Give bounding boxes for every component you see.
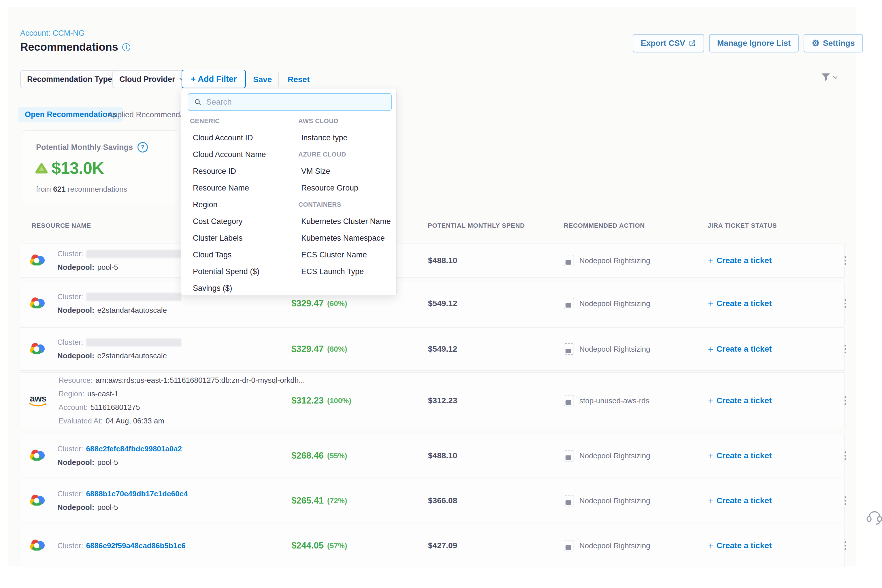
resource-line: Cluster: — [57, 338, 181, 347]
plus-icon: + — [708, 298, 714, 308]
create-ticket-button[interactable]: +Create a ticket — [708, 282, 772, 325]
line-label: Nodepool: — [57, 458, 94, 467]
header-divider — [8, 60, 406, 60]
resource-line: Region:us-east-1 — [58, 389, 305, 398]
savings-percent: (60%) — [327, 345, 347, 354]
redacted-cluster-name — [86, 338, 181, 346]
cluster-link[interactable]: 688c2fefc84fbdc99801a0a2 — [86, 444, 182, 453]
create-ticket-button[interactable]: +Create a ticket — [708, 479, 772, 522]
create-ticket-button[interactable]: +Create a ticket — [708, 373, 772, 429]
save-filter-link[interactable]: Save — [253, 75, 272, 84]
filter-option[interactable]: ECS Launch Type — [298, 267, 393, 276]
add-filter-button[interactable]: + Add Filter — [182, 70, 246, 88]
reset-filter-link[interactable]: Reset — [288, 75, 310, 84]
row-menu-kebab[interactable] — [839, 244, 852, 277]
filter-option[interactable]: VM Size — [298, 167, 393, 176]
filter-option[interactable]: Savings ($) — [190, 284, 298, 293]
gear-icon: ⚙ — [812, 39, 819, 48]
manage-ignore-list-button[interactable]: Manage Ignore List — [709, 34, 799, 52]
filter-panel-toggle[interactable] — [821, 73, 838, 82]
redacted-cluster-name — [86, 293, 181, 301]
savings-subtitle: from 621 recommendations — [36, 185, 128, 194]
create-ticket-button[interactable]: +Create a ticket — [708, 328, 772, 370]
create-ticket-button[interactable]: +Create a ticket — [708, 244, 772, 277]
export-csv-button[interactable]: Export CSV — [633, 34, 704, 52]
filter-option[interactable]: Cloud Tags — [190, 250, 298, 260]
search-input[interactable] — [206, 98, 386, 106]
row-menu-kebab[interactable] — [839, 434, 852, 477]
cluster-link[interactable]: 6886e92f59a48cad86b5b1c6 — [86, 541, 186, 550]
filter-option[interactable]: Resource ID — [190, 167, 298, 176]
info-icon[interactable]: i — [122, 43, 130, 51]
table-row[interactable]: Cluster:Nodepool:e2standar4autoscale$329… — [20, 282, 844, 325]
table-row[interactable]: Cluster:Nodepool:pool-5$488.10Nodepool R… — [20, 243, 844, 278]
savings-percent: (55%) — [327, 452, 347, 460]
cloud-provider-filter[interactable]: Cloud Provider — [112, 70, 191, 88]
create-ticket-button[interactable]: +Create a ticket — [708, 524, 772, 567]
create-ticket-button[interactable]: +Create a ticket — [708, 434, 772, 477]
resource-lines: Cluster:688c2fefc84fbdc99801a0a2Nodepool… — [57, 444, 182, 467]
savings-amount: $13.0K — [52, 158, 104, 177]
table-row[interactable]: Cluster:6888b1c70e49db17c1de60c4Nodepool… — [20, 479, 844, 522]
row-menu-kebab[interactable] — [839, 328, 852, 370]
filter-option[interactable]: Cloud Account ID — [190, 134, 298, 142]
filter-option[interactable]: Region — [190, 200, 298, 209]
savings-amount: $312.23 — [291, 396, 324, 406]
filter-option[interactable]: Potential Spend ($) — [190, 267, 298, 276]
recommended-action-cell: Nodepool Rightsizing — [564, 524, 650, 567]
tab-applied-recommendations[interactable]: Applied Recommendatio — [108, 110, 192, 119]
line-label: Cluster: — [57, 444, 83, 453]
filter-group-heading: AZURE CLOUD — [298, 151, 393, 158]
savings-subtitle-recs: recommendations — [68, 185, 128, 194]
savings-amount: $265.41 — [291, 495, 324, 506]
line-label: Cluster: — [57, 541, 83, 550]
account-breadcrumb[interactable]: Account: CCM-NG — [20, 29, 85, 38]
resource-cell: Cluster:6888b1c70e49db17c1de60c4Nodepool… — [28, 479, 188, 522]
line-label: Nodepool: — [57, 263, 94, 272]
dropdown-search[interactable] — [188, 93, 392, 111]
column-header-jira-ticket-status: JIRA TICKET STATUS — [708, 222, 777, 230]
table-row[interactable]: Cluster:688c2fefc84fbdc99801a0a2Nodepool… — [20, 434, 844, 477]
help-icon[interactable]: ? — [138, 142, 148, 153]
filter-option[interactable]: Kubernetes Cluster Name — [298, 217, 393, 226]
recommendation-type-filter[interactable]: Recommendation Type — [20, 70, 128, 88]
table-row[interactable]: Cluster:Nodepool:e2standar4autoscale$329… — [20, 327, 844, 370]
kebab-dot — [844, 500, 846, 501]
kebab-dot — [844, 458, 846, 460]
create-ticket-label: Create a ticket — [717, 541, 772, 550]
row-menu-kebab[interactable] — [839, 479, 852, 522]
kebab-dot — [844, 306, 846, 308]
savings-card-title: Potential Monthly Savings — [36, 143, 133, 152]
filter-option[interactable]: ECS Cluster Name — [298, 250, 393, 260]
column-header-recommended-action: RECOMMENDED ACTION — [564, 222, 645, 230]
resource-line: Nodepool:e2standar4autoscale — [57, 306, 181, 315]
recommended-action-icon — [564, 343, 574, 355]
savings-icon — [35, 162, 48, 174]
recommended-action-icon — [564, 540, 574, 551]
chevron-down-icon — [833, 76, 838, 79]
plus-icon: + — [708, 496, 714, 506]
create-ticket-label: Create a ticket — [717, 451, 772, 460]
filter-option[interactable]: Kubernetes Namespace — [298, 234, 393, 243]
cluster-link[interactable]: 6888b1c70e49db17c1de60c4 — [86, 489, 188, 498]
settings-button[interactable]: ⚙ Settings — [804, 34, 863, 52]
filter-option[interactable]: Instance type — [298, 134, 393, 142]
recommended-action-cell: Nodepool Rightsizing — [564, 434, 650, 477]
kebab-dot — [844, 455, 846, 457]
kebab-dot — [844, 452, 846, 453]
row-menu-kebab[interactable] — [839, 524, 852, 567]
recommended-action-icon — [564, 495, 574, 506]
line-label: Nodepool: — [57, 306, 94, 315]
resource-cell: Cluster:6886e92f59a48cad86b5b1c6 — [28, 524, 186, 567]
filter-option[interactable]: Resource Group — [298, 184, 393, 192]
table-row[interactable]: awsResource:arn:aws:rds:us-east-1:511616… — [20, 372, 844, 429]
filter-option[interactable]: Cost Category — [190, 217, 298, 226]
row-menu-kebab[interactable] — [839, 373, 852, 429]
support-chat-icon[interactable] — [865, 508, 882, 526]
table-row[interactable]: Cluster:6886e92f59a48cad86b5b1c6$244.05(… — [20, 524, 844, 567]
row-menu-kebab[interactable] — [839, 282, 852, 325]
filter-option[interactable]: Cloud Account Name — [190, 150, 298, 159]
filter-option[interactable]: Resource Name — [190, 184, 298, 192]
filter-option[interactable]: Cluster Labels — [190, 234, 298, 243]
create-ticket-label: Create a ticket — [717, 396, 772, 405]
